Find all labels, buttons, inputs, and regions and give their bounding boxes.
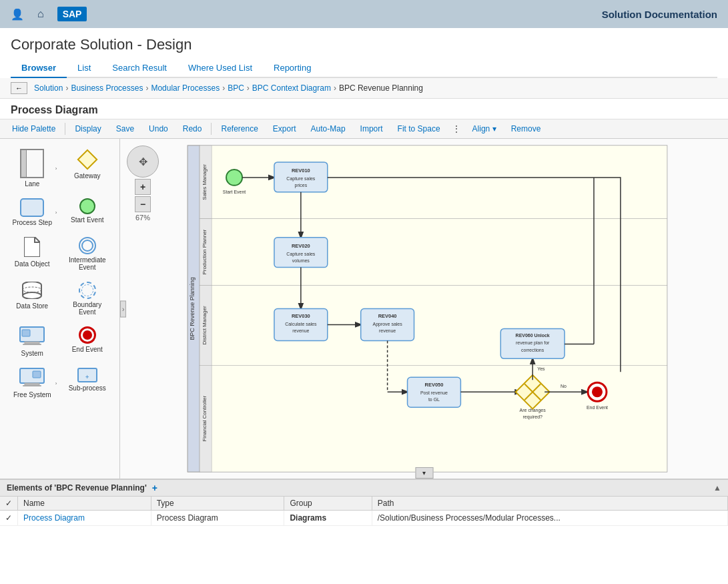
canvas-controls: ✥ + − 67% (127, 145, 159, 222)
tab-list[interactable]: List (67, 59, 101, 77)
end-event-label: End Event (72, 346, 103, 353)
palette-expand-tab[interactable]: › (120, 300, 126, 317)
redo-button[interactable]: Redo (176, 122, 209, 135)
svg-point-66 (592, 386, 603, 397)
svg-text:Sales Manager: Sales Manager (202, 164, 208, 200)
palette-item-lane[interactable]: Lane › (5, 144, 59, 192)
svg-text:Capture sales: Capture sales (286, 252, 316, 257)
navigate-control[interactable]: ✥ (127, 145, 159, 178)
gateway-icon (77, 149, 98, 170)
svg-marker-0 (24, 237, 40, 257)
display-button[interactable]: Display (68, 122, 107, 135)
palette-item-system[interactable]: System (5, 322, 59, 362)
canvas-area[interactable]: ✥ + − 67% BPC Revenue Planning Sales Man… (120, 139, 728, 479)
process-step-arrow: › (55, 210, 57, 216)
palette-item-process-step[interactable]: Process Step › (5, 194, 59, 231)
tab-browser[interactable]: Browser (11, 59, 67, 78)
reference-button[interactable]: Reference (214, 122, 264, 135)
import-button[interactable]: Import (354, 122, 390, 135)
data-store-label: Data Store (16, 302, 48, 310)
system-label: System (21, 350, 43, 357)
palette-item-sub-process[interactable]: + Sub-process (61, 363, 115, 403)
lane-arrow: › (55, 166, 57, 172)
main-area: Lane › Gateway Process Step › (0, 139, 728, 479)
collapse-panel-button[interactable]: ▲ (713, 483, 721, 493)
breadcrumb-bpc[interactable]: BPC (228, 83, 244, 93)
start-event-icon (79, 198, 95, 214)
svg-text:to GL: to GL (428, 397, 440, 402)
palette: Lane › Gateway Process Step › (0, 139, 120, 479)
tab-search-result[interactable]: Search Result (101, 59, 177, 77)
svg-rect-21 (200, 219, 667, 286)
svg-text:District Manager: District Manager (202, 306, 208, 344)
svg-rect-18 (200, 145, 667, 219)
sub-process-icon: + (77, 368, 97, 382)
row-check: ✓ (0, 511, 18, 526)
user-icon[interactable]: 👤 (11, 8, 24, 21)
toolbar: Hide Palette Display Save Undo Redo Refe… (0, 119, 728, 139)
process-diagram-svg: BPC Revenue Planning Sales Manager Produ… (120, 139, 728, 479)
tab-reporting[interactable]: Reporting (263, 59, 322, 77)
palette-item-data-object[interactable]: Data Object (5, 232, 59, 276)
sap-logo-text: SAP (57, 7, 87, 21)
svg-text:required?: required? (522, 414, 542, 420)
svg-text:revenue: revenue (379, 328, 396, 333)
lane-label: Lane (25, 180, 39, 188)
svg-rect-24 (200, 286, 667, 366)
export-button[interactable]: Export (266, 122, 303, 135)
tab-where-used[interactable]: Where Used List (177, 59, 263, 77)
save-button[interactable]: Save (109, 122, 141, 135)
svg-text:Are changes: Are changes (520, 408, 547, 413)
process-step-label: Process Step (13, 219, 52, 226)
breadcrumb-business-processes[interactable]: Business Processes (71, 83, 143, 93)
home-icon[interactable]: ⌂ (37, 8, 44, 20)
add-element-button[interactable]: + (152, 483, 157, 493)
boundary-event-icon (79, 282, 96, 299)
undo-button[interactable]: Undo (142, 122, 175, 135)
more-options-button[interactable]: ⋮ (448, 122, 464, 135)
palette-item-boundary-event[interactable]: Boundary Event (61, 277, 115, 320)
col-name-header: Name (18, 497, 151, 511)
fit-to-space-button[interactable]: Fit to Space (391, 122, 447, 135)
svg-text:Start Event: Start Event (223, 190, 246, 194)
elements-title: Elements of 'BPC Revenue Planning' (7, 483, 147, 493)
palette-item-free-system[interactable]: Free System › (5, 363, 59, 403)
auto-map-button[interactable]: Auto-Map (304, 122, 352, 135)
zoom-out-button[interactable]: − (135, 196, 151, 212)
svg-text:prices: prices (295, 183, 308, 188)
breadcrumb-bpc-context[interactable]: BPC Context Diagram (252, 83, 331, 93)
data-object-label: Data Object (15, 260, 50, 268)
boundary-event-label: Boundary Event (64, 301, 111, 316)
breadcrumb-back-button[interactable]: ← (11, 82, 27, 94)
svg-text:REV030: REV030 (292, 313, 310, 319)
palette-item-start-event[interactable]: Start Event (61, 194, 115, 231)
breadcrumb: ← Solution › Business Processes › Modula… (0, 78, 728, 99)
palette-item-intermediate-event[interactable]: Intermediate Event (61, 232, 115, 276)
breadcrumb-modular-processes[interactable]: Modular Processes (151, 83, 220, 93)
zoom-level: 67% (135, 214, 150, 222)
palette-item-data-store[interactable]: Data Store (5, 277, 59, 320)
palette-item-gateway[interactable]: Gateway (61, 144, 115, 192)
svg-rect-14 (33, 371, 41, 378)
svg-text:BPC Revenue Planning: BPC Revenue Planning (189, 277, 196, 340)
row-group: Diagrams (284, 511, 372, 526)
toolbar-sep2 (211, 123, 212, 135)
row-name[interactable]: Process Diagram (18, 511, 151, 526)
system-icon (19, 326, 45, 348)
align-button[interactable]: Align ▾ (466, 122, 503, 135)
palette-item-end-event[interactable]: End Event (61, 322, 115, 362)
remove-button[interactable]: Remove (504, 122, 548, 135)
diagram-expand-bottom[interactable]: ▾ (415, 467, 433, 479)
page-header: Corporate Solution - Design Browser List… (0, 28, 728, 78)
sap-logo: SAP (57, 7, 87, 21)
svg-text:REV050: REV050 (425, 382, 444, 388)
svg-text:Approve sales: Approve sales (373, 322, 403, 327)
page-title: Corporate Solution - Design (11, 36, 717, 53)
hide-palette-button[interactable]: Hide Palette (5, 122, 62, 135)
start-event-node[interactable] (226, 170, 242, 186)
svg-text:revenue: revenue (292, 328, 309, 333)
zoom-in-button[interactable]: + (135, 179, 151, 195)
svg-text:Yes: Yes (537, 366, 545, 371)
palette-grid: Lane › Gateway Process Step › (0, 139, 119, 408)
breadcrumb-solution[interactable]: Solution (34, 83, 63, 93)
